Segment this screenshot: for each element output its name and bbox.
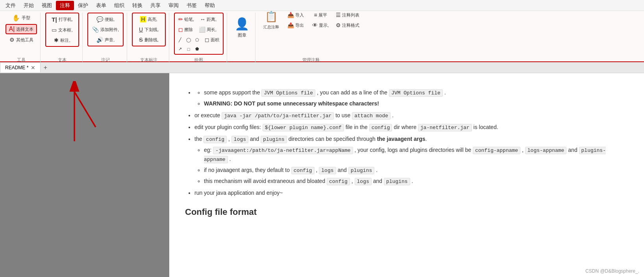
ribbon-group-drawing: ✏ 铅笔, ↔ 距离, ◻ 擦除	[171, 13, 227, 63]
display-icon: 👁	[312, 22, 318, 28]
oval-button[interactable]: ◯	[185, 36, 192, 44]
readme-tab-label: README *	[5, 65, 28, 70]
penta-button[interactable]: ⬟	[193, 45, 201, 53]
notes-group-label: 注记	[101, 55, 110, 63]
flatten-button[interactable]: ≡ 展平	[309, 10, 332, 20]
typewriter-label: 打字机,	[59, 17, 73, 22]
eraser-button[interactable]: ◻ 擦除	[176, 25, 195, 34]
menu-share[interactable]: 共享	[146, 1, 165, 10]
list-item-execute: or execute java -jar /path/to/ja-netfilt…	[194, 111, 628, 120]
hand-icon: ✋	[12, 14, 20, 22]
hand-tool-button[interactable]: ✋ 手型	[6, 13, 37, 23]
code-jar: java -jar /path/to/ja-netfilter.jar	[222, 112, 334, 120]
sticky-note-label: 便贴,	[105, 17, 115, 22]
ribbon-group-notes: 💬 便贴, 📎 添加附件, 🔊 声音, 注记	[84, 13, 127, 63]
menu-file[interactable]: 文件	[2, 1, 20, 10]
typewriter-button[interactable]: T| 打字机,	[47, 15, 77, 24]
code-config3: config	[327, 178, 350, 185]
distance-btn[interactable]: ↔ 距离,	[198, 15, 219, 24]
sub-item-eg: eg: -javaagent:/path/to/ja-netfilter.jar…	[204, 146, 628, 164]
stamp-button[interactable]: ✱ 标注,	[47, 35, 77, 45]
line-button[interactable]: ╱	[176, 36, 184, 44]
highlight-icon: H	[140, 16, 146, 22]
code-plugins3: plugins	[384, 178, 410, 185]
content-list: some apps support the JVM Options file ,…	[185, 88, 628, 108]
watermark: CSDN @D&Blogsphere_.	[585, 268, 639, 274]
strikethrough-button[interactable]: S 删除线,	[134, 35, 164, 44]
user-icon: 👤	[235, 17, 249, 31]
hand-label: 手型	[22, 15, 30, 21]
menu-view[interactable]: 视图	[38, 1, 56, 10]
red-arrow-annotation	[31, 81, 110, 152]
code-plugins: plugins	[261, 136, 287, 143]
code-attach: attach mode	[352, 112, 390, 120]
text-group-label: 文本	[58, 55, 67, 63]
doc-sidebar	[0, 73, 169, 277]
menu-form[interactable]: 表单	[92, 1, 110, 10]
code-config2: config	[291, 167, 315, 174]
close-tab-icon[interactable]: ✕	[31, 65, 35, 71]
menu-help[interactable]: 帮助	[201, 1, 219, 10]
textbox-icon: ▭	[52, 27, 57, 33]
rect-button[interactable]: □	[185, 45, 192, 53]
list-item-dirs: the config , logs and plugins directorie…	[194, 135, 628, 186]
other-tools-label: 其他工具	[16, 37, 33, 43]
area-icon: ◻	[205, 37, 209, 43]
underline-button[interactable]: U 下划线,	[134, 25, 164, 34]
textbox-button[interactable]: ▭ 文本框,	[47, 25, 77, 35]
code-jar-name: ja-netfilter.jar	[418, 124, 472, 131]
strikethrough-label: 删除线,	[144, 37, 159, 43]
perimeter-btn[interactable]: ⬜ 周长,	[196, 25, 219, 34]
attach-icon: 📎	[92, 26, 99, 33]
annformat-button[interactable]: ⚙ 注释格式	[333, 20, 362, 30]
menu-bookmark[interactable]: 书签	[183, 1, 201, 10]
javaagent-args-text: the javaagent args	[377, 136, 426, 142]
sound-label: 声音,	[105, 37, 115, 43]
menu-convert[interactable]: 转换	[128, 1, 146, 10]
menu-organize[interactable]: 组织	[110, 1, 128, 10]
highlight-button[interactable]: H 高亮,	[134, 15, 164, 24]
attach-button[interactable]: 📎 添加附件,	[89, 25, 122, 34]
import-button[interactable]: 📥 导入	[284, 10, 307, 20]
warning-text: WARNING: DO NOT put some unnecessary whi…	[204, 100, 379, 107]
arrow-draw-icon: ↗	[178, 46, 182, 52]
underline-label: 下划线,	[144, 27, 159, 33]
menu-protect[interactable]: 保护	[74, 1, 92, 10]
penta-icon: ⬟	[195, 46, 199, 52]
ribbon-group-tools: ✋ 手型 A| 选择文本 ⚙ 其他工具 工具	[2, 13, 41, 63]
code-plugins2: plugins	[348, 167, 375, 174]
menu-home[interactable]: 开始	[20, 1, 38, 10]
code-config: config	[204, 136, 227, 143]
drawing-group-label: 绘图	[194, 55, 203, 63]
annlist-icon: ☰	[336, 12, 341, 18]
sticky-note-button[interactable]: 💬 便贴,	[89, 15, 122, 24]
new-tab-button[interactable]: +	[41, 63, 50, 72]
export-button[interactable]: 📤 导出	[284, 20, 307, 30]
tools-group-label: 工具	[17, 55, 26, 63]
polygon-button[interactable]: ⬠	[193, 36, 201, 44]
select-text-button[interactable]: A| 选择文本	[6, 24, 37, 34]
menu-review[interactable]: 审阅	[165, 1, 183, 10]
ribbon-group-text-markup: H 高亮, U 下划线, S 删除线, 文本标注	[129, 13, 169, 63]
area-btn[interactable]: ◻ 面积	[202, 35, 222, 44]
pencil-button[interactable]: ✏ 铅笔,	[176, 15, 196, 24]
ribbon-group-text: T| 打字机, ▭ 文本框, ✱ 标注, 文本	[42, 13, 83, 63]
rect-icon: □	[187, 47, 190, 52]
chapter-stamp-button[interactable]: 👤 图章	[232, 13, 252, 42]
sticky-note-icon: 💬	[96, 16, 103, 22]
annlist-button[interactable]: ☰ 注释列表	[333, 10, 362, 20]
summary-button[interactable]: 📋 汇总注释	[260, 5, 282, 35]
arrow-button[interactable]: ↗	[176, 45, 184, 53]
other-tools-button[interactable]: ⚙ 其他工具	[6, 35, 37, 44]
menu-annotate[interactable]: 注释	[56, 1, 74, 10]
display-button[interactable]: 👁 显示,	[309, 20, 332, 30]
sub-item-jvm-options: some apps support the JVM Options file ,…	[204, 88, 628, 98]
ribbon-group-manage: 📋 汇总注释 📥 导入 ≡ 展平	[257, 13, 365, 63]
code-logs-appname: logs-appname	[525, 147, 567, 154]
config-file-format-heading: Config file format	[185, 205, 628, 219]
code-config-appname: config-appname	[473, 147, 520, 154]
sound-button[interactable]: 🔊 声音,	[89, 35, 122, 44]
readme-tab[interactable]: README * ✕	[0, 63, 41, 72]
line-icon: ╱	[179, 37, 181, 42]
sub-item-default: if no javaagent args, they default to co…	[204, 166, 628, 175]
